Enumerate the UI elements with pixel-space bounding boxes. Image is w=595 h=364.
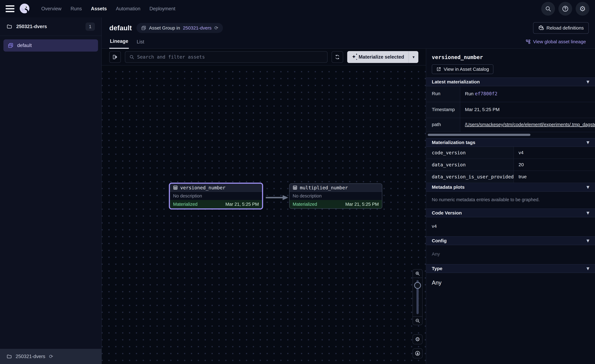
section-metadata-plots[interactable]: Metadata plots ▼ bbox=[426, 183, 595, 192]
view-in-asset-catalog-label: View in Asset Catalog bbox=[444, 67, 489, 72]
settings-gear-icon[interactable]: ⚙ bbox=[576, 2, 589, 16]
materialization-timestamp: Mar 21, 5:25 PM bbox=[226, 202, 259, 207]
type-value: Any bbox=[432, 280, 441, 286]
selected-asset-title: versioned_number bbox=[432, 54, 589, 60]
run-prefix: Run bbox=[465, 91, 475, 96]
asset-group-badge: Asset Group in 250321-dvers ⟳ bbox=[136, 23, 223, 33]
dagster-logo-icon[interactable] bbox=[19, 3, 30, 14]
path-link[interactable]: /Users/smackesey/stm/code/elementl/exper… bbox=[465, 122, 595, 127]
chevron-down-icon: ▼ bbox=[587, 140, 589, 144]
sidebar-item-label: default bbox=[17, 43, 32, 48]
top-nav: Overview Runs Assets Automation Deployme… bbox=[0, 0, 595, 17]
tag-key: code_version bbox=[426, 147, 514, 159]
sidebar-repo-row[interactable]: 250321-dvers 1 bbox=[0, 17, 101, 36]
asset-group-icon bbox=[141, 25, 146, 30]
section-config[interactable]: Config ▼ bbox=[426, 236, 595, 245]
primary-nav: Overview Runs Assets Automation Deployme… bbox=[41, 6, 175, 12]
view-in-asset-catalog-button[interactable]: View in Asset Catalog bbox=[432, 64, 493, 74]
latest-path-row: path /Users/smackesey/stm/code/elementl/… bbox=[426, 118, 595, 132]
materialize-selected-button[interactable]: ✦ ✦ ✦ Materialize selected ▾ bbox=[347, 51, 418, 63]
chevron-down-icon: ▼ bbox=[587, 211, 589, 215]
metadata-plots-empty-text: No numeric metadata entries available to… bbox=[432, 197, 540, 202]
section-type[interactable]: Type ▼ bbox=[426, 264, 595, 273]
reload-repo-icon[interactable]: ⟳ bbox=[49, 354, 53, 359]
latest-timestamp-row: Timestamp Mar 21, 5:25 PM bbox=[426, 102, 595, 118]
nav-assets[interactable]: Assets bbox=[91, 6, 107, 12]
chevron-down-icon: ▼ bbox=[587, 80, 589, 84]
asset-node-name: versioned_number bbox=[180, 185, 226, 190]
graph-toolbar: ✦ ✦ ✦ Materialize selected ▾ bbox=[102, 49, 426, 65]
chevron-down-icon: ▼ bbox=[587, 185, 589, 189]
scrollbar-thumb[interactable] bbox=[428, 134, 531, 136]
search-input[interactable] bbox=[137, 54, 323, 60]
lineage-graph-icon bbox=[526, 39, 531, 44]
lineage-edge-arrow bbox=[265, 194, 289, 201]
asset-node-multiplied-number[interactable]: multiplied_number No description Materia… bbox=[289, 183, 382, 209]
reload-definitions-label: Reload definitions bbox=[546, 25, 584, 31]
horizontal-scrollbar bbox=[428, 133, 594, 137]
asset-node-description: No description bbox=[290, 192, 382, 200]
repo-count-badge: 1 bbox=[85, 22, 95, 31]
tag-value: v4 bbox=[514, 147, 595, 159]
row-key: Timestamp bbox=[426, 102, 460, 118]
config-value: Any bbox=[432, 251, 440, 257]
chevron-down-icon: ▼ bbox=[587, 267, 589, 270]
folder-icon bbox=[7, 24, 12, 29]
tab-lineage[interactable]: Lineage bbox=[109, 38, 129, 49]
view-global-asset-lineage-link[interactable]: View global asset lineage bbox=[526, 39, 586, 49]
view-global-asset-lineage-label: View global asset lineage bbox=[533, 39, 586, 44]
download-graph-icon[interactable] bbox=[412, 348, 423, 358]
tab-list[interactable]: List bbox=[136, 39, 145, 49]
badge-repo-link[interactable]: 250321-dvers bbox=[183, 25, 212, 31]
reload-repo-icon[interactable]: ⟳ bbox=[214, 26, 218, 30]
nav-automation[interactable]: Automation bbox=[116, 6, 140, 12]
folder-icon bbox=[7, 354, 12, 359]
chevron-down-icon: ▼ bbox=[587, 239, 589, 243]
code-version-value: v4 bbox=[432, 224, 437, 229]
refresh-graph-icon[interactable] bbox=[332, 51, 343, 63]
section-title: Latest materialization bbox=[432, 79, 480, 84]
zoom-out-icon[interactable] bbox=[413, 316, 422, 325]
materialize-dropdown-caret[interactable]: ▾ bbox=[409, 55, 418, 59]
asset-group-icon bbox=[8, 43, 14, 48]
zoom-controls bbox=[412, 269, 423, 325]
menu-icon[interactable] bbox=[6, 5, 14, 12]
tag-value: 20 bbox=[514, 159, 595, 171]
graph-settings-gear-icon[interactable]: ⚙ bbox=[412, 334, 423, 344]
tag-key: data_version_is_user_provided bbox=[426, 171, 514, 183]
lineage-graph-canvas[interactable]: versioned_number No description Material… bbox=[102, 65, 426, 364]
help-icon[interactable] bbox=[559, 2, 572, 16]
asset-node-description: No description bbox=[170, 192, 262, 200]
section-latest-materialization[interactable]: Latest materialization ▼ bbox=[426, 77, 595, 86]
zoom-in-icon[interactable] bbox=[413, 269, 422, 278]
sidebar-item-default-group[interactable]: default bbox=[3, 39, 98, 52]
asset-node-name: multiplied_number bbox=[300, 185, 348, 190]
zoom-slider-thumb[interactable] bbox=[414, 282, 421, 289]
page-header: default Asset Group in 250321-dvers ⟳ bbox=[102, 17, 595, 49]
asset-node-status-row: Materialized Mar 21, 5:25 PM bbox=[170, 200, 262, 208]
asset-node-versioned-number[interactable]: versioned_number No description Material… bbox=[169, 183, 263, 210]
materialize-selected-label: Materialize selected bbox=[359, 54, 404, 60]
asset-node-status-row: Materialized Mar 21, 5:25 PM bbox=[290, 200, 382, 208]
run-id-link[interactable]: ef7800f2 bbox=[475, 91, 497, 96]
section-title: Code Version bbox=[432, 210, 462, 216]
reload-cube-icon bbox=[538, 25, 544, 31]
tag-row: data_version_is_user_provided true bbox=[426, 171, 595, 183]
search-icon[interactable] bbox=[541, 2, 555, 16]
nav-runs[interactable]: Runs bbox=[71, 6, 82, 12]
row-key: Run bbox=[426, 86, 460, 102]
nav-deployment[interactable]: Deployment bbox=[149, 6, 175, 12]
expand-sidebar-icon[interactable] bbox=[109, 51, 121, 63]
sidebar-footer: 250321-dvers ⟳ bbox=[0, 349, 101, 364]
asset-groups-sidebar: 250321-dvers 1 default 250321-dvers ⟳ bbox=[0, 17, 102, 364]
badge-prefix: Asset Group in bbox=[149, 25, 180, 31]
tag-row: data_version 20 bbox=[426, 159, 595, 171]
section-materialization-tags[interactable]: Materialization tags ▼ bbox=[426, 138, 595, 147]
section-code-version[interactable]: Code Version ▼ bbox=[426, 209, 595, 217]
row-key: path bbox=[426, 118, 460, 132]
section-title: Type bbox=[432, 266, 442, 271]
nav-overview[interactable]: Overview bbox=[41, 6, 61, 12]
zoom-slider[interactable] bbox=[413, 278, 422, 316]
table-icon bbox=[293, 185, 297, 190]
reload-definitions-button[interactable]: Reload definitions bbox=[533, 22, 589, 34]
